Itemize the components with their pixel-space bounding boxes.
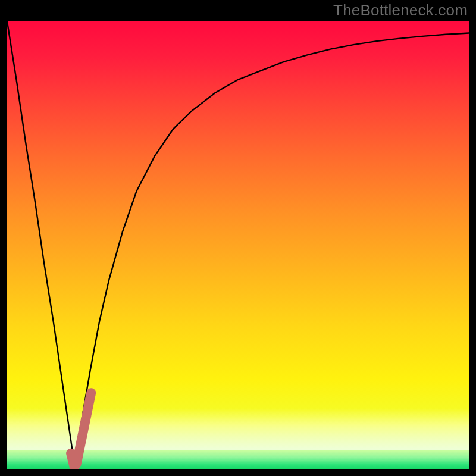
attribution-text: TheBottleneck.com [333, 1, 468, 20]
chart-curves-layer [7, 21, 469, 469]
bottleneck-curve [7, 21, 469, 469]
highlight-segment [71, 393, 91, 466]
bottleneck-chart [7, 21, 469, 469]
bottom-border [0, 469, 476, 476]
